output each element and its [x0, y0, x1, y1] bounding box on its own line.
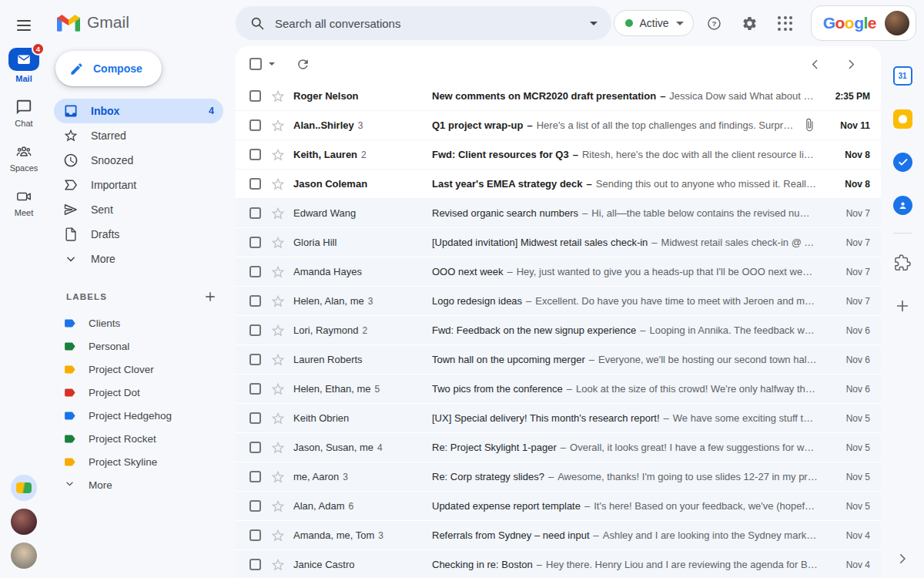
- email-row[interactable]: Amanda HayesOOO next week–Hey, just want…: [236, 257, 881, 287]
- star-icon[interactable]: [270, 469, 286, 485]
- label-item-project-skyline[interactable]: Project Skyline: [54, 450, 223, 473]
- label-item-clients[interactable]: Clients: [54, 311, 223, 334]
- email-row[interactable]: Alan, Adam6Updated expense report templa…: [236, 492, 881, 521]
- label-item-personal[interactable]: Personal: [54, 334, 223, 358]
- email-checkbox[interactable]: [249, 149, 261, 160]
- email-checkbox[interactable]: [249, 119, 261, 131]
- compose-button[interactable]: Compose: [55, 51, 162, 86]
- rail-app-calendar-icon[interactable]: 31: [887, 59, 918, 92]
- star-icon[interactable]: [270, 89, 286, 104]
- older-page-button[interactable]: [845, 58, 858, 71]
- email-checkbox[interactable]: [249, 90, 261, 102]
- email-checkbox[interactable]: [249, 559, 261, 570]
- sidebar-item-important[interactable]: Important: [54, 173, 223, 197]
- email-checkbox[interactable]: [249, 207, 261, 219]
- rail-item-spaces[interactable]: Spaces: [10, 143, 38, 173]
- rail-app-contacts-icon[interactable]: [887, 188, 918, 222]
- star-icon[interactable]: [270, 323, 286, 338]
- star-icon[interactable]: [270, 206, 286, 221]
- search-input[interactable]: [275, 17, 580, 30]
- label-item-project-rocket[interactable]: Project Rocket: [54, 427, 223, 450]
- user-avatar[interactable]: [885, 11, 909, 35]
- email-row[interactable]: me, Aaron3Re: Corp strategy slides?–Awes…: [236, 462, 881, 492]
- refresh-button[interactable]: [291, 52, 314, 76]
- rail-tool-extensions-icon[interactable]: [887, 246, 918, 280]
- email-row[interactable]: Helen, Alan, me3Logo redesign ideas–Exce…: [236, 287, 881, 316]
- sidebar-item-starred[interactable]: Starred: [54, 123, 223, 148]
- sidebar-item-snoozed[interactable]: Snoozed: [54, 148, 223, 173]
- email-row[interactable]: Keith Obrien[UX] Special delivery! This …: [236, 404, 881, 433]
- star-icon[interactable]: [270, 147, 286, 163]
- workspace-avatar-3[interactable]: [11, 543, 37, 569]
- select-dropdown-arrow[interactable]: [269, 62, 275, 69]
- label-item-project-dot[interactable]: Project Dot: [54, 381, 223, 404]
- star-icon[interactable]: [270, 352, 286, 368]
- email-checkbox[interactable]: [249, 237, 261, 248]
- search-bar[interactable]: [236, 6, 611, 40]
- email-checkbox[interactable]: [249, 442, 261, 453]
- email-checkbox[interactable]: [249, 324, 261, 336]
- newer-page-button[interactable]: [808, 58, 822, 71]
- star-icon[interactable]: [270, 499, 286, 514]
- email-checkbox[interactable]: [249, 500, 261, 512]
- email-row[interactable]: Roger NelsonNew comments on MCR2020 draf…: [236, 82, 881, 111]
- rail-app-keep-icon[interactable]: [887, 102, 918, 136]
- sidebar-item-inbox[interactable]: Inbox4: [54, 99, 223, 123]
- sidebar-item-sent[interactable]: Sent: [54, 197, 223, 222]
- email-checkbox[interactable]: [249, 266, 261, 277]
- labels-more[interactable]: More: [54, 473, 223, 496]
- rail-tool-add-icon[interactable]: [887, 289, 918, 323]
- star-icon[interactable]: [270, 557, 286, 573]
- star-icon[interactable]: [270, 118, 286, 133]
- settings-button[interactable]: [735, 8, 765, 38]
- star-icon[interactable]: [270, 176, 286, 192]
- gmail-app: 4 Mail ChatSpacesMeet Gmail Compose Inbo…: [0, 0, 924, 578]
- select-all-checkbox[interactable]: [249, 58, 262, 70]
- rail-item-chat[interactable]: Chat: [10, 99, 38, 128]
- email-row[interactable]: Jason ColemanLast year's EMEA strategy d…: [236, 170, 881, 199]
- email-row[interactable]: Jason, Susan, me4Re: Project Skylight 1-…: [236, 433, 881, 462]
- side-panel-expand-button[interactable]: [896, 552, 909, 566]
- email-row[interactable]: Janice CastroChecking in re: Boston–Hey …: [236, 550, 881, 578]
- status-dot-icon: [625, 19, 633, 27]
- email-checkbox[interactable]: [249, 471, 261, 482]
- add-label-button[interactable]: [203, 290, 217, 304]
- status-pill[interactable]: Active: [614, 10, 694, 36]
- email-checkbox[interactable]: [249, 383, 261, 395]
- email-row[interactable]: Gloria Hill[Updated invitation] Midwest …: [236, 228, 881, 257]
- rail-item-mail[interactable]: 4 Mail: [8, 48, 39, 83]
- label-item-project-hedgehog[interactable]: Project Hedgehog: [54, 404, 223, 427]
- email-row[interactable]: Helen, Ethan, me5Two pics from the confe…: [236, 375, 881, 404]
- sidebar-item-drafts[interactable]: Drafts: [54, 222, 223, 247]
- star-icon[interactable]: [270, 294, 286, 309]
- email-checkbox[interactable]: [249, 295, 261, 307]
- email-row[interactable]: Lori, Raymond2Fwd: Feedback on the new s…: [236, 316, 881, 345]
- email-checkbox[interactable]: [249, 354, 261, 365]
- email-row[interactable]: Alan..Shirley3Q1 project wrap-up–Here's …: [236, 111, 881, 140]
- account-chip[interactable]: Google: [811, 5, 916, 41]
- email-checkbox[interactable]: [249, 529, 261, 541]
- search-options-arrow[interactable]: [590, 22, 598, 29]
- star-icon[interactable]: [270, 381, 286, 397]
- email-row[interactable]: Lauren RobertsTown hall on the upcoming …: [236, 345, 881, 375]
- star-icon[interactable]: [270, 235, 286, 250]
- sidebar-item-more[interactable]: More: [54, 247, 223, 271]
- label-item-project-clover[interactable]: Project Clover: [54, 358, 223, 381]
- rail-item-meet[interactable]: Meet: [10, 188, 38, 217]
- email-row[interactable]: Amanda, me, Tom3Referrals from Sydney – …: [236, 521, 881, 550]
- topbar-actions: Active ? Google: [614, 5, 916, 41]
- rail-app-tasks-icon[interactable]: [887, 145, 918, 179]
- email-row[interactable]: Keith, Lauren2Fwd: Client resources for …: [236, 140, 881, 170]
- apps-grid-button[interactable]: [771, 8, 800, 38]
- email-checkbox[interactable]: [249, 412, 261, 424]
- help-button[interactable]: ?: [700, 8, 729, 38]
- email-checkbox[interactable]: [249, 178, 261, 190]
- workspace-avatar-2[interactable]: [11, 509, 37, 535]
- main-menu-button[interactable]: [7, 11, 41, 40]
- star-icon[interactable]: [270, 264, 286, 280]
- workspace-avatar-1[interactable]: [11, 475, 37, 501]
- star-icon[interactable]: [270, 528, 286, 543]
- star-icon[interactable]: [270, 411, 286, 426]
- star-icon[interactable]: [270, 440, 286, 455]
- email-row[interactable]: Edward WangRevised organic search number…: [236, 199, 881, 228]
